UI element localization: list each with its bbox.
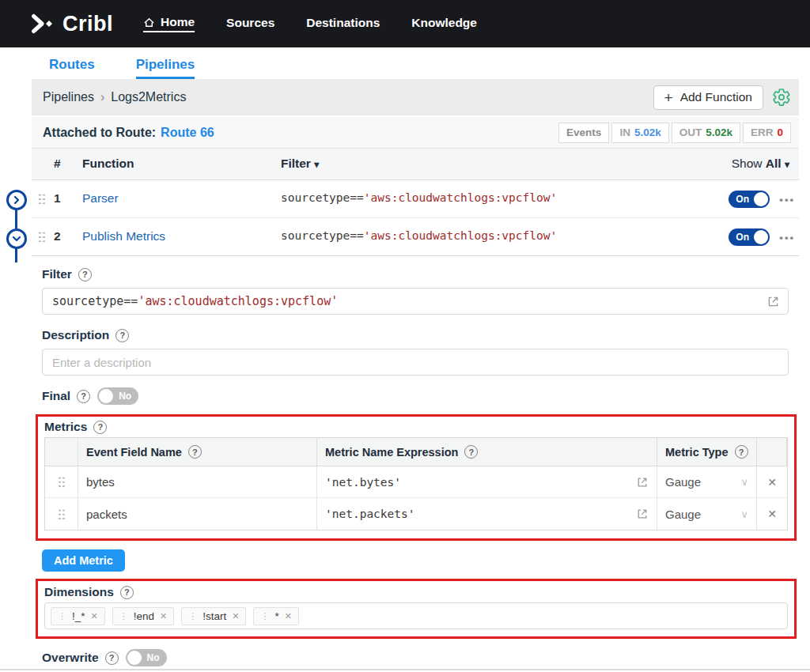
- events-stats: Events IN 5.02k OUT 5.02k ERR 0: [558, 123, 791, 143]
- help-icon[interactable]: ?: [115, 329, 129, 342]
- nav-item-home[interactable]: Home: [143, 15, 195, 32]
- expand-editor-icon[interactable]: [766, 295, 780, 308]
- breadcrumb-separator: ›: [100, 90, 104, 104]
- metric-expression-cell[interactable]: 'net.bytes': [317, 466, 657, 497]
- function-row-parser[interactable]: 1 Parser sourcetype=='aws:cloudwatchlogs…: [32, 180, 799, 218]
- final-row: Final ? No: [42, 387, 789, 405]
- gear-icon[interactable]: [772, 88, 791, 107]
- function-number: 2: [54, 229, 61, 244]
- metric-type-select[interactable]: Gauge ∨: [657, 498, 757, 530]
- cribl-pipeline-page: Cribl Home Sources Destinations Knowledg…: [0, 0, 810, 672]
- nav-item-sources[interactable]: Sources: [226, 16, 274, 32]
- add-metric-button[interactable]: Add Metric: [42, 549, 125, 572]
- metric-expression-cell[interactable]: 'net.packets': [317, 498, 657, 530]
- dimension-tag[interactable]: ⋮ !start ✕: [181, 607, 246, 625]
- page-bottom-divider: [0, 669, 810, 670]
- toggle-knob: [754, 230, 768, 244]
- function-enable-toggle[interactable]: On: [729, 228, 770, 246]
- expand-editor-icon[interactable]: [636, 508, 649, 520]
- column-function: Function: [82, 157, 134, 171]
- function-enable-toggle[interactable]: On: [729, 191, 770, 208]
- drag-handle-icon[interactable]: [38, 231, 46, 244]
- final-toggle[interactable]: No: [97, 387, 138, 405]
- events-out-value: 5.02k: [706, 126, 732, 138]
- expand-editor-icon[interactable]: [636, 476, 649, 489]
- breadcrumb-current: Logs2Metrics: [111, 90, 186, 104]
- metric-row-packets: packets 'net.packets': [45, 498, 787, 530]
- row-menu-icon[interactable]: •••: [779, 232, 795, 244]
- attached-route-bar: Attached to Route:Route 66 Events IN 5.0…: [32, 115, 799, 149]
- route-link[interactable]: Route 66: [161, 126, 214, 139]
- remove-tag-icon[interactable]: ✕: [160, 611, 167, 621]
- toggle-knob: [99, 389, 113, 403]
- nav-item-knowledge[interactable]: Knowledge: [411, 16, 477, 32]
- tab-routes[interactable]: Routes: [49, 57, 95, 79]
- help-icon[interactable]: ?: [105, 651, 119, 665]
- function-row-publish-metrics[interactable]: 2 Publish Metrics sourcetype=='aws:cloud…: [32, 218, 799, 256]
- cribl-logo-icon: [30, 12, 55, 36]
- metric-field-name[interactable]: bytes: [78, 466, 317, 497]
- breadcrumb-bar: Pipelines › Logs2Metrics + Add Function: [32, 79, 799, 115]
- metric-row-bytes: bytes 'net.bytes': [45, 466, 787, 498]
- events-badge: Events: [558, 123, 609, 143]
- function-name-link[interactable]: Publish Metrics: [82, 229, 165, 244]
- dimensions-input[interactable]: ⋮ !_* ✕ ⋮ !end ✕ ⋮ !start ✕: [44, 602, 788, 629]
- tab-pipelines[interactable]: Pipelines: [136, 57, 195, 79]
- breadcrumb: Pipelines › Logs2Metrics: [43, 90, 186, 104]
- function-name-link[interactable]: Parser: [82, 191, 119, 206]
- drag-handle-icon[interactable]: [38, 193, 46, 206]
- remove-tag-icon[interactable]: ✕: [232, 611, 239, 621]
- metric-field-name[interactable]: packets: [78, 498, 317, 530]
- dimension-tag[interactable]: ⋮ !_* ✕: [51, 607, 105, 625]
- remove-metric-icon[interactable]: ✕: [767, 476, 777, 489]
- logo-text: Cribl: [62, 12, 113, 36]
- drag-handle-icon: ⋮: [119, 611, 128, 621]
- row-menu-icon[interactable]: •••: [779, 194, 795, 206]
- nav-item-label: Home: [161, 15, 195, 29]
- help-icon[interactable]: ?: [188, 445, 202, 459]
- column-event-field-name: Event Field Name ?: [78, 438, 317, 466]
- drag-handle-icon[interactable]: [58, 508, 66, 520]
- show-all-dropdown[interactable]: Show All ▾: [732, 157, 789, 171]
- function-filter-expression: sourcetype=='aws:cloudwatchlogs:vpcflow': [281, 229, 557, 242]
- function-number: 1: [54, 191, 61, 206]
- dimensions-field-label: Dimensions ?: [44, 585, 788, 599]
- dimension-tag[interactable]: ⋮ !end ✕: [112, 607, 175, 625]
- collapse-function-2-chevron-down-icon[interactable]: [6, 228, 27, 249]
- overwrite-toggle[interactable]: No: [126, 649, 167, 666]
- remove-metric-icon[interactable]: ✕: [767, 508, 777, 520]
- remove-tag-icon[interactable]: ✕: [91, 611, 98, 621]
- help-icon[interactable]: ?: [464, 445, 478, 459]
- view-tabs: Routes Pipelines: [0, 47, 810, 79]
- events-err-value: 0: [777, 126, 783, 138]
- help-icon[interactable]: ?: [120, 586, 134, 599]
- drag-handle-icon[interactable]: [58, 476, 66, 488]
- cribl-logo[interactable]: Cribl: [30, 12, 113, 36]
- metrics-table-header: Event Field Name ? Metric Name Expressio…: [45, 438, 787, 466]
- remove-tag-icon[interactable]: ✕: [285, 611, 292, 621]
- nav-item-destinations[interactable]: Destinations: [306, 16, 380, 32]
- help-icon[interactable]: ?: [93, 421, 107, 434]
- overwrite-row: Overwrite ? No: [42, 649, 789, 666]
- connector-line: [15, 210, 17, 228]
- caret-down-icon: ▾: [785, 159, 789, 170]
- events-in-badge: IN 5.02k: [611, 123, 668, 143]
- metrics-table: Event Field Name ? Metric Name Expressio…: [44, 437, 788, 530]
- breadcrumb-parent[interactable]: Pipelines: [43, 90, 94, 104]
- dimension-tag[interactable]: ⋮ * ✕: [253, 607, 298, 625]
- add-function-label: Add Function: [680, 90, 752, 104]
- help-icon[interactable]: ?: [77, 390, 90, 403]
- column-filter-dropdown[interactable]: Filter ▾: [281, 157, 319, 171]
- add-function-button[interactable]: + Add Function: [653, 85, 763, 110]
- filter-expression-input[interactable]: sourcetype=='aws:cloudwatchlogs:vpcflow': [42, 288, 789, 315]
- drag-handle-icon: ⋮: [260, 611, 269, 621]
- expand-function-1-chevron-right-icon[interactable]: [6, 190, 27, 210]
- metric-type-select[interactable]: Gauge ∨: [657, 466, 757, 497]
- drag-handle-icon: ⋮: [58, 611, 66, 621]
- attached-route-label: Attached to Route:: [43, 126, 156, 139]
- events-in-value: 5.02k: [634, 126, 661, 138]
- help-icon[interactable]: ?: [735, 445, 748, 459]
- events-err-badge: ERR 0: [743, 123, 791, 143]
- description-input[interactable]: [42, 349, 789, 376]
- help-icon[interactable]: ?: [78, 268, 92, 281]
